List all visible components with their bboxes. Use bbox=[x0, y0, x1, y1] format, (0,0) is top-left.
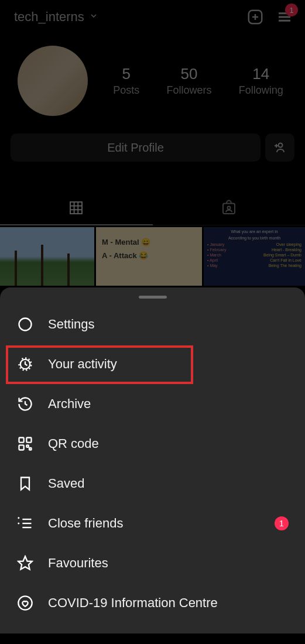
menu-item-archive[interactable]: Archive bbox=[0, 384, 305, 424]
menu-item-settings[interactable]: Settings bbox=[0, 304, 305, 344]
svg-marker-29 bbox=[18, 556, 32, 569]
svg-marker-27 bbox=[18, 517, 20, 519]
post-text: M - Mental 😄 bbox=[102, 238, 196, 246]
stat-count: 14 bbox=[252, 65, 269, 83]
svg-marker-28 bbox=[18, 522, 20, 525]
tab-tagged[interactable] bbox=[153, 191, 306, 225]
bottom-sheet: Settings Your activity Archive QR code S… bbox=[0, 287, 305, 644]
stat-posts[interactable]: 5 Posts bbox=[113, 65, 139, 97]
profile-tabs bbox=[0, 191, 305, 225]
svg-point-6 bbox=[279, 143, 283, 148]
stat-count: 50 bbox=[181, 65, 198, 83]
menu-label: COVID-19 Information Centre bbox=[48, 595, 218, 611]
post-text: According to you birth month bbox=[207, 236, 301, 240]
bottom-bar bbox=[0, 633, 305, 644]
star-icon bbox=[16, 554, 34, 572]
posts-grid: M - Mental 😄 A - Attack 😂 What you are a… bbox=[0, 227, 305, 286]
menu-label: QR code bbox=[48, 436, 99, 451]
menu-button[interactable]: 1 bbox=[276, 8, 293, 26]
menu-item-qr-code[interactable]: QR code bbox=[0, 424, 305, 464]
menu-item-close-friends[interactable]: Close friends 1 bbox=[0, 503, 305, 543]
menu-label: Favourites bbox=[48, 556, 108, 571]
profile-actions: Edit Profile bbox=[0, 128, 305, 167]
stat-label: Followers bbox=[166, 84, 211, 97]
svg-rect-22 bbox=[26, 445, 29, 447]
svg-rect-23 bbox=[29, 448, 32, 450]
avatar[interactable] bbox=[18, 46, 88, 116]
close-friends-icon bbox=[16, 515, 34, 532]
qr-code-icon bbox=[16, 435, 34, 453]
menu-item-your-activity[interactable]: Your activity bbox=[0, 344, 305, 384]
stat-label: Posts bbox=[113, 84, 139, 97]
tab-grid[interactable] bbox=[0, 191, 153, 225]
profile-stats: 5 Posts 50 Followers 14 Following bbox=[100, 65, 297, 97]
stat-followers[interactable]: 50 Followers bbox=[166, 65, 211, 97]
menu-label: Close friends bbox=[48, 516, 123, 531]
menu-label: Your activity bbox=[48, 357, 117, 372]
close-friends-badge: 1 bbox=[275, 516, 289, 530]
sheet-handle[interactable] bbox=[139, 296, 167, 299]
archive-icon bbox=[16, 395, 34, 413]
post-thumbnail[interactable] bbox=[0, 227, 94, 286]
post-thumbnail[interactable]: M - Mental 😄 A - Attack 😂 bbox=[96, 227, 202, 286]
svg-point-15 bbox=[227, 207, 230, 210]
svg-rect-21 bbox=[19, 445, 24, 450]
menu-label: Saved bbox=[48, 476, 84, 491]
settings-icon bbox=[16, 316, 34, 333]
bookmark-icon bbox=[16, 475, 34, 492]
heart-circle-icon bbox=[16, 594, 34, 612]
header-actions: 1 bbox=[246, 8, 293, 26]
stat-following[interactable]: 14 Following bbox=[239, 65, 283, 97]
profile-section: 5 Posts 50 Followers 14 Following bbox=[0, 34, 305, 128]
svg-rect-14 bbox=[223, 204, 235, 214]
svg-rect-20 bbox=[26, 438, 31, 443]
chevron-down-icon bbox=[89, 11, 98, 23]
post-thumbnail[interactable]: What you are an expert in According to y… bbox=[204, 227, 305, 286]
post-text: What you are an expert in bbox=[207, 229, 301, 234]
post-text: A - Attack 😂 bbox=[102, 251, 196, 260]
edit-profile-button[interactable]: Edit Profile bbox=[11, 133, 261, 162]
svg-rect-19 bbox=[19, 438, 24, 443]
username-selector[interactable]: tech_interns bbox=[14, 9, 98, 25]
svg-point-30 bbox=[18, 596, 32, 609]
menu-item-favourites[interactable]: Favourites bbox=[0, 543, 305, 583]
edit-profile-label: Edit Profile bbox=[107, 141, 164, 155]
stat-label: Following bbox=[239, 84, 283, 97]
svg-point-17 bbox=[23, 323, 28, 327]
stat-count: 5 bbox=[122, 65, 130, 83]
activity-icon bbox=[16, 355, 34, 373]
menu-item-saved[interactable]: Saved bbox=[0, 464, 305, 503]
menu-item-covid-info[interactable]: COVID-19 Information Centre bbox=[0, 583, 305, 623]
create-button[interactable] bbox=[246, 8, 264, 26]
menu-label: Settings bbox=[48, 317, 95, 332]
menu-badge: 1 bbox=[285, 4, 298, 16]
header: tech_interns 1 bbox=[0, 0, 305, 34]
username-label: tech_interns bbox=[14, 9, 84, 25]
menu-label: Archive bbox=[48, 396, 91, 412]
discover-people-button[interactable] bbox=[265, 133, 294, 162]
svg-rect-9 bbox=[70, 202, 82, 214]
